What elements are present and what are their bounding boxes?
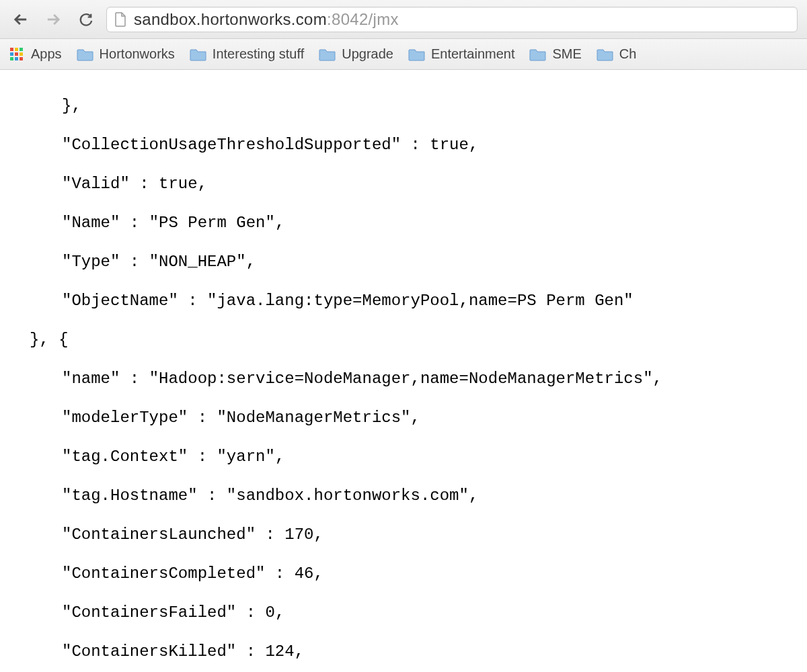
apps-label: Apps — [31, 46, 62, 62]
svg-rect-6 — [10, 57, 13, 60]
json-line: "ContainersFailed" : 0, — [9, 603, 798, 622]
back-button[interactable] — [9, 8, 32, 31]
json-line: "CollectionUsageThresholdSupported" : tr… — [9, 135, 798, 155]
json-line: "tag.Context" : "yarn", — [9, 447, 798, 466]
svg-rect-3 — [10, 52, 13, 56]
bookmark-folder-ch[interactable]: Ch — [597, 46, 637, 62]
bookmark-folder-sme[interactable]: SME — [529, 46, 581, 62]
folder-icon — [190, 47, 207, 62]
svg-rect-5 — [20, 52, 23, 56]
bookmark-label: Upgrade — [342, 46, 393, 62]
bookmark-folder-hortonworks[interactable]: Hortonworks — [77, 46, 175, 62]
json-line: "name" : "Hadoop:service=NodeManager,nam… — [9, 369, 798, 388]
bookmark-folder-upgrade[interactable]: Upgrade — [319, 46, 393, 62]
jmx-content: }, "CollectionUsageThresholdSupported" :… — [0, 70, 807, 672]
folder-icon — [319, 47, 336, 62]
folder-icon — [77, 47, 94, 62]
json-line: "modelerType" : "NodeManagerMetrics", — [9, 408, 798, 427]
file-icon — [114, 11, 127, 28]
bookmark-label: SME — [552, 46, 581, 62]
bookmark-label: Interesting stuff — [213, 46, 304, 62]
apps-icon — [9, 47, 24, 62]
json-line: "Name" : "PS Perm Gen", — [9, 213, 798, 233]
json-line: }, { — [9, 330, 798, 349]
folder-icon — [529, 47, 547, 62]
reload-button[interactable] — [74, 8, 97, 31]
folder-icon — [408, 47, 426, 62]
svg-rect-8 — [20, 57, 23, 60]
bookmark-label: Hortonworks — [100, 46, 175, 62]
url-text: sandbox.hortonworks.com:8042/jmx — [134, 10, 399, 29]
address-bar[interactable]: sandbox.hortonworks.com:8042/jmx — [106, 7, 798, 32]
bookmark-folder-interesting[interactable]: Interesting stuff — [190, 46, 304, 62]
forward-button[interactable] — [42, 8, 65, 31]
bookmark-label: Ch — [619, 46, 637, 62]
svg-rect-1 — [15, 48, 18, 51]
bookmarks-bar: Apps Hortonworks Interesting stuff Upgra… — [0, 39, 807, 70]
svg-rect-4 — [15, 52, 18, 56]
bookmark-label: Entertainment — [431, 46, 515, 62]
json-line: "ContainersLaunched" : 170, — [9, 525, 798, 544]
json-line: "Type" : "NON_HEAP", — [9, 252, 798, 271]
svg-rect-2 — [20, 48, 23, 51]
browser-toolbar: sandbox.hortonworks.com:8042/jmx — [0, 0, 807, 39]
apps-button[interactable]: Apps — [9, 46, 62, 62]
svg-rect-0 — [10, 48, 13, 51]
json-line: "tag.Hostname" : "sandbox.hortonworks.co… — [9, 486, 798, 505]
json-line: "Valid" : true, — [9, 174, 798, 194]
bookmark-folder-entertainment[interactable]: Entertainment — [408, 46, 515, 62]
svg-rect-7 — [15, 57, 18, 60]
json-line: "ContainersKilled" : 124, — [9, 642, 798, 661]
json-line: }, — [9, 96, 798, 116]
json-line: "ObjectName" : "java.lang:type=MemoryPoo… — [9, 291, 798, 310]
folder-icon — [597, 47, 614, 62]
json-line: "ContainersCompleted" : 46, — [9, 564, 798, 583]
